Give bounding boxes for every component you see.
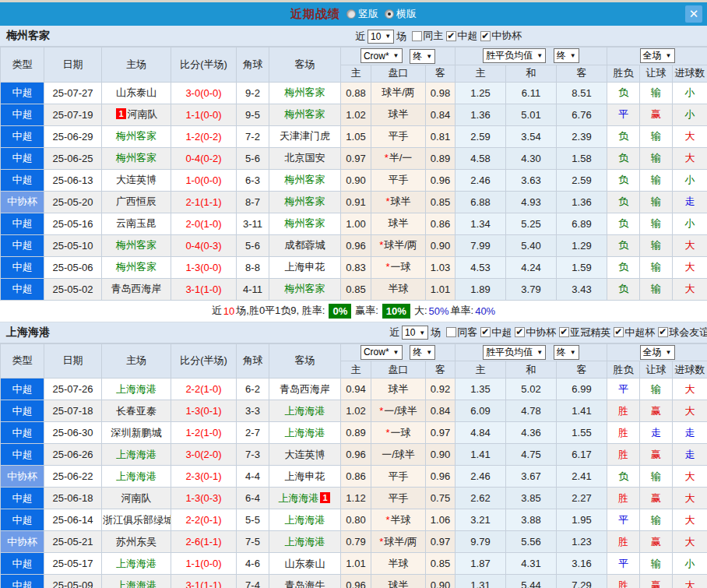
filter-checkbox-亚冠精英[interactable]: 亚冠精英 xyxy=(559,326,610,340)
layout-option-horizontal[interactable]: 横版 xyxy=(385,7,417,21)
result-cell: 负 xyxy=(607,125,640,147)
filter-checkbox-中协杯[interactable]: 中协杯 xyxy=(480,29,522,43)
avg-win-cell: 1.25 xyxy=(456,82,506,104)
games-count-select[interactable]: 10 ▼ xyxy=(368,30,394,44)
result-cell: 负 xyxy=(607,169,640,191)
handicap-result-cell: 输 xyxy=(640,191,673,213)
goals-result-cell: 大 xyxy=(673,256,707,278)
close-button[interactable]: ✕ xyxy=(685,5,702,23)
odds-away-cell: 1.01 xyxy=(426,278,456,300)
avg-win-cell: 6.09 xyxy=(456,400,506,422)
odds-away-cell: 0.90 xyxy=(426,444,456,466)
odds-home-cell: 0.94 xyxy=(341,379,371,400)
avg-source-dropdown[interactable]: 胜平负均值▼ xyxy=(483,345,546,360)
checkbox-checked-icon[interactable] xyxy=(614,327,624,337)
checkbox-label: 中超 xyxy=(491,326,512,340)
team-name-text: 青岛西海岸 xyxy=(111,283,162,294)
handicap-result-cell: 赢 xyxy=(640,488,673,509)
avg-draw-cell: 3.54 xyxy=(506,125,557,147)
result-cell: 平 xyxy=(607,509,640,531)
summary-text: 大: xyxy=(414,304,427,318)
team-name-text: 梅州客家 xyxy=(285,174,325,185)
record-summary: 近10场,胜0平1负9, 胜率:0%赢率:10%大:50% 单率:40% xyxy=(0,301,707,322)
filter-games-label: 场 xyxy=(431,326,441,340)
filter-games-label: 场 xyxy=(396,30,406,44)
avg-draw-cell: 4.78 xyxy=(506,400,557,422)
handicap-cell: *球半 xyxy=(371,191,426,213)
scope-dropdown[interactable]: 全场▼ xyxy=(640,48,675,63)
results-table: 类型 日期 主场 比分(半场) 角球 客场 Crow*▼ 终▼ 胜平负均值▼ 终… xyxy=(0,47,707,301)
checkbox-unchecked-icon[interactable] xyxy=(412,31,422,41)
goals-result-cell: 小 xyxy=(673,82,707,104)
filter-checkbox-中超[interactable]: 中超 xyxy=(446,29,477,43)
col-home: 主场 xyxy=(102,48,171,83)
games-count-select[interactable]: 10 ▼ xyxy=(402,326,428,340)
handicap-cell: 球半 xyxy=(371,213,426,234)
checkbox-checked-icon[interactable] xyxy=(658,327,668,337)
odds-source-dropdown[interactable]: Crow*▼ xyxy=(361,48,403,63)
avg-period-dropdown[interactable]: 终▼ xyxy=(554,345,579,360)
avg-draw-cell: 3.88 xyxy=(506,509,557,531)
checkbox-checked-icon[interactable] xyxy=(515,327,525,337)
filter-checkbox-中协杯[interactable]: 中协杯 xyxy=(515,326,556,340)
checkbox-checked-icon[interactable] xyxy=(446,31,456,41)
filter-checkbox-中超杯[interactable]: 中超杯 xyxy=(614,326,655,340)
avg-win-cell: 1.35 xyxy=(456,379,506,400)
goals-result-cell: 大 xyxy=(673,234,707,256)
filter-checkbox-中超[interactable]: 中超 xyxy=(480,326,512,340)
score-cell: 1-1(0-0) xyxy=(171,553,237,575)
odds-home-cell: 0.96 xyxy=(341,444,371,466)
filter-checkbox-球会友谊[interactable]: 球会友谊 xyxy=(658,326,707,340)
corner-cell: 5-6 xyxy=(237,234,269,256)
col-corner: 角球 xyxy=(237,343,269,379)
league-type-cell: 中协杯 xyxy=(1,466,44,488)
checkbox-checked-icon[interactable] xyxy=(480,327,491,337)
col-corner: 角球 xyxy=(237,48,269,83)
filter-checkbox-同主[interactable]: 同主 xyxy=(412,29,443,43)
result-cell: 平 xyxy=(607,104,640,125)
team-name-text: 青岛西海岸 xyxy=(280,383,330,395)
handicap-result-cell: 输 xyxy=(640,256,673,278)
radio-selected-icon[interactable] xyxy=(385,9,394,19)
team-name-text: 大连英博 xyxy=(116,174,157,185)
checkbox-checked-icon[interactable] xyxy=(559,327,569,337)
team-name-text: 上海海港 xyxy=(285,514,325,526)
avg-win-cell: 2.59 xyxy=(456,125,506,147)
filter-checkbox-group: 同客中超中协杯亚冠精英中超杯球会友谊 xyxy=(443,326,707,340)
handicap-cell: *半/一 xyxy=(371,147,426,169)
titlebar: 近期战绩 竖版 横版 ✕ xyxy=(0,2,707,26)
filter-bar: 近 10 ▼ 场 同主中超中协杯 xyxy=(355,26,524,47)
filter-bar: 近 10 ▼ 场 同客中超中协杯亚冠精英中超杯球会友谊 xyxy=(389,322,707,343)
team-name-text: 梅州客家 xyxy=(116,261,157,273)
handicap-star-icon: * xyxy=(379,239,383,251)
odds-period-dropdown[interactable]: 终▼ xyxy=(410,49,435,64)
match-row: 中超25-05-09上海海港3-1(1-1)7-4青岛海牛0.96球半0.901… xyxy=(1,575,707,588)
games-count-value: 10 xyxy=(405,327,415,338)
avg-lose-cell: 1.23 xyxy=(557,531,607,553)
col-date: 日期 xyxy=(44,48,102,83)
summary-text: 40% xyxy=(475,305,495,317)
league-type-cell: 中协杯 xyxy=(1,531,44,553)
result-cell: 胜 xyxy=(607,422,640,444)
checkbox-unchecked-icon[interactable] xyxy=(446,327,456,337)
scope-dropdown[interactable]: 全场▼ xyxy=(640,345,675,360)
team-name-text: 上海海港 xyxy=(285,536,325,548)
match-row: 中超25-07-18长春亚泰1-3(0-1)3-3上海海港1.02*一/球半0.… xyxy=(1,400,707,422)
checkbox-checked-icon[interactable] xyxy=(480,31,491,41)
odds-source-dropdown[interactable]: Crow*▼ xyxy=(361,345,403,360)
filter-checkbox-同客[interactable]: 同客 xyxy=(446,326,477,340)
avg-period-dropdown[interactable]: 终▼ xyxy=(554,48,579,63)
odds-period-dropdown[interactable]: 终▼ xyxy=(410,345,435,360)
scope-header-cell: 全场▼ xyxy=(607,343,707,361)
team-name-text: 苏州东吴 xyxy=(116,536,157,548)
avg-win-cell: 4.84 xyxy=(456,422,506,444)
result-cell: 负 xyxy=(607,82,640,104)
team-name-text: 上海申花 xyxy=(285,470,325,482)
league-type-cell: 中超 xyxy=(1,125,44,147)
away-team-cell: 梅州客家 xyxy=(269,169,341,191)
radio-unselected-icon[interactable] xyxy=(346,9,356,19)
handicap-result-cell: 赢 xyxy=(640,575,673,588)
team-name-text: 天津津门虎 xyxy=(280,130,330,142)
avg-source-dropdown[interactable]: 胜平负均值▼ xyxy=(483,48,546,63)
layout-option-vertical[interactable]: 竖版 xyxy=(346,7,378,21)
